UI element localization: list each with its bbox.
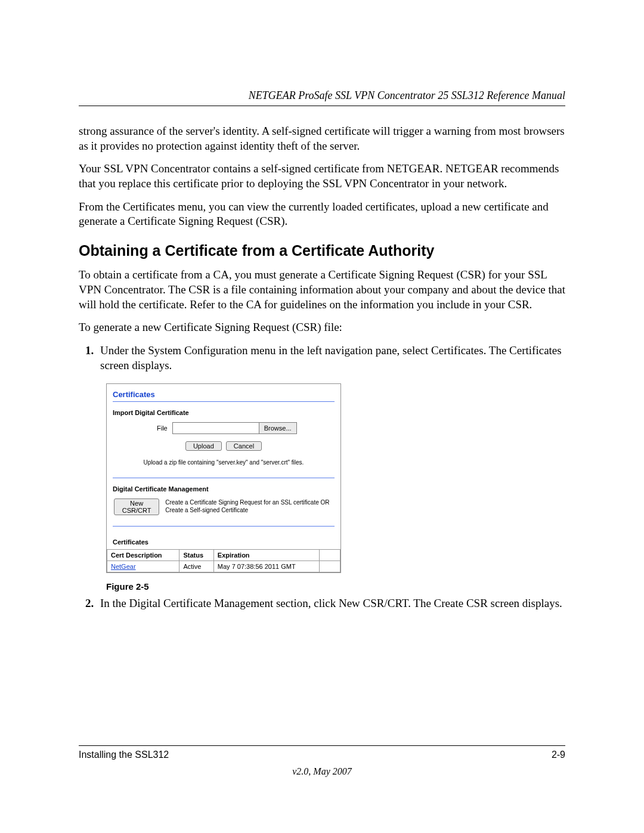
- cert-status: Active: [179, 561, 213, 572]
- header-rule: [79, 106, 565, 106]
- col-expiration: Expiration: [213, 550, 319, 561]
- panel-separator: [113, 401, 335, 402]
- step-item: Under the System Configuration menu in t…: [97, 343, 565, 373]
- col-status: Status: [179, 550, 213, 561]
- import-section-title: Import Digital Certificate: [113, 409, 335, 416]
- mgmt-row: New CSR/CRT Create a Certificate Signing…: [113, 498, 335, 515]
- new-csr-button[interactable]: New CSR/CRT: [114, 498, 159, 515]
- cancel-button[interactable]: Cancel: [226, 441, 262, 451]
- figure: Certificates Import Digital Certificate …: [106, 383, 565, 573]
- footer-version: v2.0, May 2007: [79, 766, 565, 777]
- cert-table-title: Certificates: [107, 536, 340, 549]
- file-picker[interactable]: Browse...: [172, 422, 297, 434]
- ordered-steps: In the Digital Certificate Management se…: [79, 596, 565, 611]
- mgmt-section-title: Digital Certificate Management: [113, 485, 335, 493]
- body-paragraph: To generate a new Certificate Signing Re…: [79, 320, 565, 335]
- panel-separator: [113, 526, 335, 527]
- table-row: NetGear Active May 7 07:38:56 2011 GMT: [107, 561, 340, 572]
- certificates-table: Cert Description Status Expiration NetGe…: [107, 549, 340, 572]
- cert-link[interactable]: NetGear: [111, 563, 136, 570]
- col-actions: [320, 550, 340, 561]
- footer-left: Installing the SSL312: [79, 750, 169, 760]
- step-item: In the Digital Certificate Management se…: [97, 596, 565, 611]
- panel-title: Certificates: [113, 390, 335, 399]
- browse-button[interactable]: Browse...: [259, 423, 296, 433]
- upload-button[interactable]: Upload: [185, 441, 222, 451]
- body-paragraph: Your SSL VPN Concentrator contains a sel…: [79, 162, 565, 191]
- body-paragraph: To obtain a certificate from a CA, you m…: [79, 268, 565, 312]
- running-header: NETGEAR ProSafe SSL VPN Concentrator 25 …: [79, 89, 565, 102]
- upload-hint: Upload a zip file containing "server.key…: [113, 459, 335, 466]
- col-cert-description: Cert Description: [107, 550, 179, 561]
- document-page: NETGEAR ProSafe SSL VPN Concentrator 25 …: [0, 0, 644, 833]
- section-heading: Obtaining a Certificate from a Certifica…: [79, 242, 565, 259]
- panel-separator: [113, 478, 335, 478]
- mgmt-description: Create a Certificate Signing Request for…: [165, 498, 335, 514]
- cert-expiration: May 7 07:38:56 2011 GMT: [213, 561, 319, 572]
- file-input[interactable]: [173, 423, 259, 433]
- body-paragraph: From the Certificates menu, you can view…: [79, 200, 565, 229]
- body-paragraph: strong assurance of the server's identit…: [79, 124, 565, 153]
- footer-right: 2-9: [552, 750, 565, 760]
- table-header-row: Cert Description Status Expiration: [107, 550, 340, 561]
- file-row: File Browse...: [113, 422, 335, 434]
- file-label: File: [157, 425, 168, 432]
- figure-caption: Figure 2-5: [106, 581, 565, 592]
- button-row: Upload Cancel: [113, 441, 335, 451]
- ordered-steps: Under the System Configuration menu in t…: [79, 343, 565, 373]
- footer-rule: [79, 745, 565, 746]
- certificates-panel: Certificates Import Digital Certificate …: [106, 383, 341, 573]
- cert-actions: [320, 561, 340, 572]
- page-footer: Installing the SSL312 2-9 v2.0, May 2007: [79, 745, 565, 777]
